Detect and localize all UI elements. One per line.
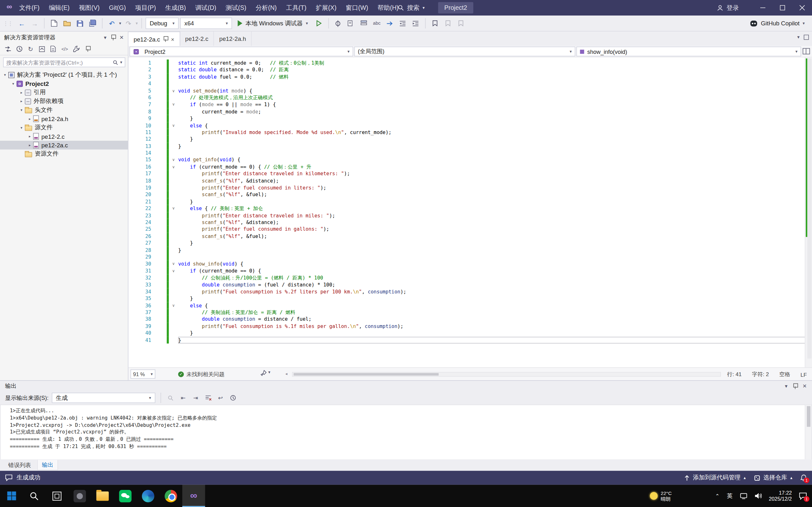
previous-bookmark-icon[interactable] — [442, 18, 454, 29]
previous-message-icon[interactable]: ⇤ — [179, 393, 188, 402]
code-line[interactable]: 6 // 处理无效模式，沿用上次正确模式 — [129, 94, 812, 101]
code-line[interactable]: 5∨void set_mode(int mode) { — [129, 87, 812, 94]
code-line[interactable]: 26 scanf_s("%lf", &fuel); — [129, 233, 812, 239]
tree-item[interactable]: ▸pe12-2a.c — [0, 141, 128, 150]
scroll-left-icon[interactable]: ◂ — [286, 372, 288, 376]
document-tab[interactable]: pe12-2.c — [180, 32, 214, 46]
input-language-indicator[interactable]: 英 — [727, 492, 732, 500]
code-line[interactable]: 35 } — [129, 295, 812, 302]
code-line[interactable]: 19 printf("Enter fuel consumed in liters… — [129, 184, 812, 191]
visual-studio-taskbar-icon[interactable]: ∞ — [183, 485, 205, 507]
pin-icon[interactable] — [111, 35, 115, 40]
code-line[interactable]: 3static double fuel = 0.0; // 燃料 — [129, 73, 812, 80]
document-tab[interactable]: pe12-2a.h — [214, 32, 252, 46]
fold-collapse-icon[interactable]: ∨ — [169, 302, 178, 309]
output-source-dropdown[interactable]: 生成▾ — [52, 393, 155, 403]
code-line[interactable]: 39 printf("Fuel consumption is %.1f mile… — [129, 323, 812, 330]
save-all-icon[interactable] — [87, 18, 98, 29]
feedback-icon[interactable] — [5, 474, 12, 481]
tree-item[interactable]: ▸外部依赖项 — [0, 97, 128, 106]
timestamp-icon[interactable] — [229, 393, 238, 402]
show-all-files-icon[interactable] — [49, 44, 58, 54]
horizontal-scrollbar-thumb[interactable] — [294, 373, 439, 376]
code-cleanup-button[interactable]: ▾ — [260, 370, 270, 376]
select-repository-button[interactable]: 选择仓库 ▴ — [754, 474, 792, 482]
fold-collapse-icon[interactable]: ∨ — [169, 261, 178, 268]
start-without-debugging-icon[interactable] — [313, 18, 324, 29]
redo-dropdown-icon[interactable]: ▾ — [136, 21, 138, 26]
pin-icon[interactable] — [163, 36, 168, 42]
code-line[interactable]: 9 } — [129, 115, 812, 122]
output-scrollbar-thumb[interactable] — [807, 406, 810, 427]
indent-decrease-icon[interactable] — [397, 18, 409, 29]
file-explorer-icon[interactable] — [91, 485, 114, 507]
attach-to-process-icon[interactable] — [332, 18, 344, 29]
navigate-back-icon[interactable]: ← — [16, 18, 28, 29]
code-line[interactable]: 14 — [129, 150, 812, 157]
weather-widget[interactable]: 22°C 晴朗 — [650, 490, 672, 502]
new-file-icon[interactable] — [48, 18, 60, 29]
code-line[interactable]: 40 } — [129, 330, 812, 337]
tree-expanded-icon[interactable]: ▾ — [19, 125, 24, 130]
fold-collapse-icon[interactable]: ∨ — [169, 101, 178, 108]
tree-item[interactable]: ▸pe12-2a.h — [0, 114, 128, 123]
close-icon[interactable]: ✕ — [803, 383, 807, 389]
code-line[interactable]: 18 scanf_s("%lf", &distance); — [129, 177, 812, 184]
code-line[interactable]: 41} — [129, 337, 812, 343]
tree-collapsed-icon[interactable]: ▸ — [27, 117, 33, 121]
tree-item[interactable]: ▾解决方案 'Project2' (1 个项目, 共 1 个) — [0, 70, 128, 79]
tree-item[interactable]: ▾Project2 — [0, 79, 128, 88]
sign-in-button[interactable]: 登录 — [713, 0, 743, 15]
network-icon[interactable] — [740, 493, 747, 499]
code-line[interactable]: 34 printf("Fuel consumption is %.2f lite… — [129, 288, 812, 295]
output-scrollbar[interactable] — [805, 405, 811, 459]
chevron-down-icon[interactable]: ▾ — [785, 383, 787, 389]
toggle-bookmark-icon[interactable] — [429, 18, 441, 29]
code-line[interactable]: 10∨ else { — [129, 122, 812, 129]
navigate-to-icon[interactable] — [384, 18, 396, 29]
tree-expanded-icon[interactable]: ▾ — [19, 108, 24, 112]
maximize-button[interactable] — [773, 0, 792, 15]
chevron-down-icon[interactable]: ▾ — [104, 35, 106, 40]
minimize-button[interactable] — [753, 0, 773, 15]
navigate-forward-icon[interactable]: → — [29, 18, 40, 29]
search-box[interactable]: 搜索 ▾ — [394, 0, 429, 15]
code-line[interactable]: 8 current_mode = mode; — [129, 108, 812, 115]
find-in-files-icon[interactable] — [345, 18, 357, 29]
show-hidden-icons-button[interactable]: ⌃ — [715, 493, 720, 499]
split-window-icon[interactable] — [803, 48, 810, 55]
close-button[interactable] — [792, 0, 812, 15]
column-indicator[interactable]: 字符: 2 — [752, 371, 769, 378]
menu-item[interactable]: 生成(B) — [160, 0, 191, 15]
action-center-button[interactable]: 1 — [799, 492, 807, 499]
app-icon-dark[interactable] — [68, 485, 91, 507]
menu-item[interactable]: 调试(D) — [191, 0, 221, 15]
start-debugging-button[interactable]: 本地 Windows 调试器 ▾ — [234, 17, 311, 30]
solution-search-box[interactable]: ▾ — [3, 57, 125, 67]
add-to-source-control-button[interactable]: 添加到源代码管理 ▴ — [684, 474, 746, 482]
code-line[interactable]: 30∨void show_info(void) { — [129, 261, 812, 268]
fold-collapse-icon[interactable]: ∨ — [169, 164, 178, 170]
code-line[interactable]: 28} — [129, 246, 812, 253]
indent-increase-icon[interactable] — [410, 18, 421, 29]
solution-configurations-icon[interactable] — [358, 18, 369, 29]
code-line[interactable]: 31∨ if (current_mode == 0) { — [129, 268, 812, 274]
fold-collapse-icon[interactable]: ∨ — [169, 157, 178, 164]
scrollbar-thumb[interactable] — [807, 58, 811, 358]
switch-views-icon[interactable] — [3, 44, 12, 54]
panel-tab[interactable]: 输出 — [38, 460, 58, 470]
code-line[interactable]: 12 } — [129, 135, 812, 143]
properties-icon[interactable] — [71, 44, 81, 54]
tree-item[interactable]: ▾源文件 — [0, 123, 128, 132]
github-copilot-button[interactable]: GitHub Copilot ▾ — [746, 19, 809, 27]
next-message-icon[interactable]: ⇥ — [191, 393, 200, 402]
member-dropdown[interactable]: show_info(void)▾ — [576, 47, 801, 56]
tree-collapsed-icon[interactable]: ▸ — [27, 143, 33, 147]
undo-dropdown-icon[interactable]: ▾ — [119, 21, 121, 26]
task-view-button[interactable] — [46, 485, 68, 507]
code-line[interactable]: 7∨ if (mode == 0 || mode == 1) { — [129, 101, 812, 108]
taskbar-search-button[interactable] — [23, 485, 46, 507]
volume-icon[interactable] — [754, 493, 762, 499]
menu-item[interactable]: 视图(V) — [74, 0, 104, 15]
code-line[interactable]: 15∨void get_info(void) { — [129, 157, 812, 164]
